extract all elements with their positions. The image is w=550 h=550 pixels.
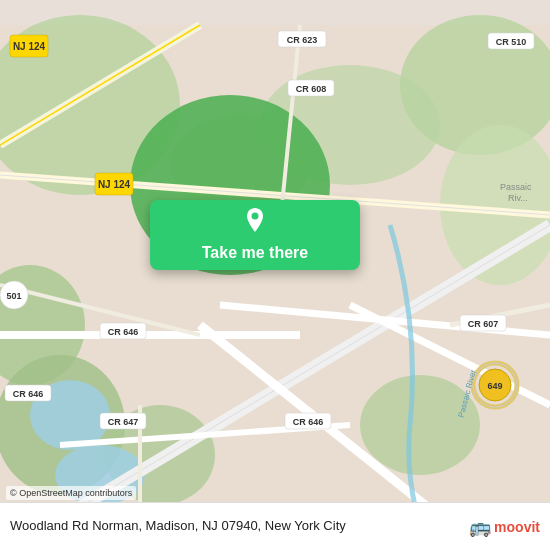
moovit-icon: 🚌	[469, 516, 491, 538]
svg-text:CR 510: CR 510	[496, 37, 527, 47]
svg-text:NJ 124: NJ 124	[13, 41, 46, 52]
svg-text:CR 607: CR 607	[468, 319, 499, 329]
svg-text:CR 623: CR 623	[287, 35, 318, 45]
osm-attribution: © OpenStreetMap contributors	[6, 486, 136, 500]
svg-text:CR 608: CR 608	[296, 84, 327, 94]
bottom-bar: Woodland Rd Norman, Madison, NJ 07940, N…	[0, 502, 550, 550]
svg-text:501: 501	[6, 291, 21, 301]
svg-text:CR 646: CR 646	[13, 389, 44, 399]
svg-text:CR 646: CR 646	[108, 327, 139, 337]
button-label: Take me there	[202, 244, 308, 262]
moovit-logo: 🚌 moovit	[469, 516, 540, 538]
moovit-text: moovit	[494, 519, 540, 535]
svg-point-7	[360, 375, 480, 475]
svg-text:CR 646: CR 646	[293, 417, 324, 427]
svg-text:649: 649	[487, 381, 502, 391]
svg-point-58	[252, 213, 259, 220]
map-container: CR 623 NJ 124 NJ 124 CR 608 CR 510 501 C…	[0, 0, 550, 550]
svg-text:NJ 124: NJ 124	[98, 179, 131, 190]
svg-text:Passaic: Passaic	[500, 182, 532, 192]
address-text: Woodland Rd Norman, Madison, NJ 07940, N…	[10, 518, 469, 535]
svg-text:Riv...: Riv...	[508, 193, 528, 203]
svg-text:CR 647: CR 647	[108, 417, 139, 427]
map-svg: CR 623 NJ 124 NJ 124 CR 608 CR 510 501 C…	[0, 0, 550, 550]
take-me-there-button[interactable]: Take me there	[150, 200, 360, 270]
map-pin-icon	[243, 208, 267, 240]
